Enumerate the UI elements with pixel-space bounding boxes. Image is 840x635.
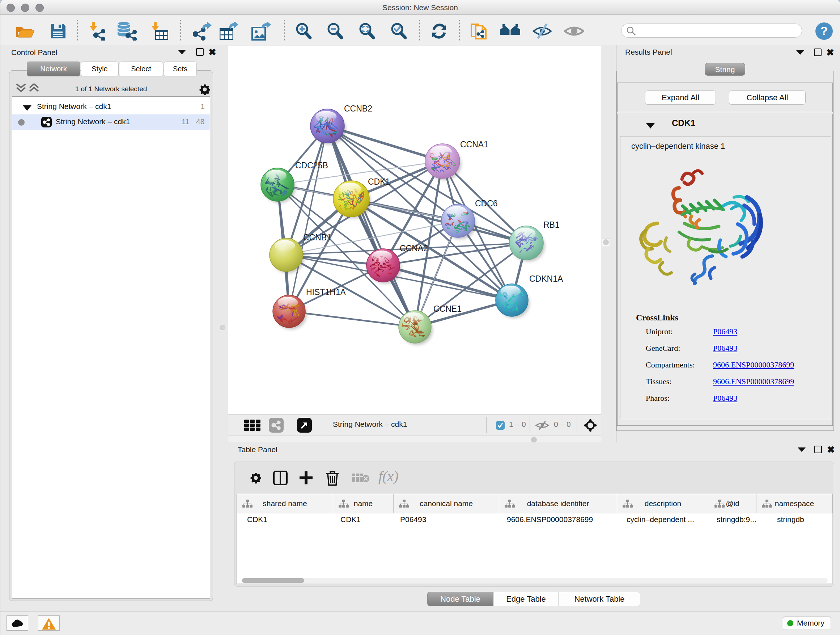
svg-text:CCNB2: CCNB2	[344, 104, 372, 113]
svg-text:CCNA1: CCNA1	[460, 140, 488, 149]
svg-text:CDC6: CDC6	[475, 199, 498, 208]
svg-text:CDC25B: CDC25B	[295, 161, 328, 170]
svg-text:CDKN1A: CDKN1A	[529, 274, 563, 283]
svg-text:HIST1H1A: HIST1H1A	[306, 287, 346, 297]
svg-text:CCNA2: CCNA2	[400, 244, 428, 253]
svg-text:CCNB1: CCNB1	[303, 233, 332, 242]
svg-text:?: ?	[821, 24, 828, 38]
svg-text:CDK1: CDK1	[368, 177, 390, 187]
svg-text:CCNE1: CCNE1	[433, 304, 462, 314]
svg-text:RB1: RB1	[543, 220, 560, 230]
